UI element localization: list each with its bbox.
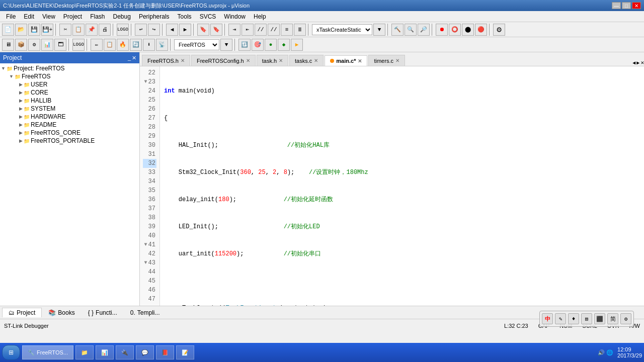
menu-flash[interactable]: Flash [86, 12, 109, 21]
btab-templates[interactable]: 0. Templi... [124, 308, 167, 318]
fold-41[interactable]: ▼ [144, 240, 147, 249]
project-collapse-btn[interactable]: _ [128, 55, 131, 61]
tb-cut[interactable]: ✂ [59, 24, 71, 36]
tb2-9[interactable]: ✏ [91, 39, 103, 51]
menu-edit[interactable]: Edit [20, 12, 38, 21]
function-dropdown[interactable]: xTaskCreateStatic [312, 24, 372, 35]
tree-hallib[interactable]: ▶ 📁 HALLIB [1, 97, 138, 105]
close-button[interactable]: ✕ [632, 2, 641, 9]
tab-freertosconfig-h-close[interactable]: ✕ [246, 58, 250, 63]
tb2-logo2[interactable]: LOGO [72, 39, 85, 51]
tb-outdent[interactable]: ⇤ [242, 24, 254, 36]
taskbar-xcom[interactable]: 💬 [136, 345, 154, 359]
btab-functions[interactable]: { } Functi... [82, 308, 124, 318]
tb2-4[interactable]: 📊 [41, 39, 53, 51]
tb-indent[interactable]: ⇥ [228, 24, 240, 36]
code-content[interactable]: int main(void) { HAL_Init(); //初始化HAL库 S… [160, 66, 644, 306]
tb-debug-2[interactable]: ⬤ [462, 24, 474, 36]
tb-settings[interactable]: ⚙ [493, 24, 505, 36]
ft-btn-jian[interactable]: 简 [607, 313, 618, 324]
tb2-tgt[interactable]: 🎯 [252, 39, 264, 51]
menu-debug[interactable]: Debug [109, 12, 135, 21]
tb-logo[interactable]: LOGO [117, 24, 129, 36]
menu-file[interactable]: File [2, 12, 20, 21]
system-expand-icon[interactable]: ▶ [19, 106, 23, 111]
tb2-dd[interactable]: ▼ [220, 39, 232, 51]
maximize-button[interactable]: □ [622, 2, 631, 9]
tb-uncomment[interactable]: // [268, 24, 280, 36]
tb-print[interactable]: 🖨 [99, 24, 111, 36]
readme-expand-icon[interactable]: ▶ [19, 122, 23, 127]
tb-more[interactable]: ≡ [281, 24, 293, 36]
tree-system[interactable]: ▶ 📁 SYSTEM [1, 105, 138, 113]
tree-hardware[interactable]: ▶ 📁 HARDWARE [1, 113, 138, 121]
tb2-3[interactable]: ⚙ [28, 39, 40, 51]
tb2-1[interactable]: 🖥 [2, 39, 14, 51]
tab-main-c-close[interactable]: ✕ [358, 58, 362, 64]
tab-freertos-h-close[interactable]: ✕ [181, 58, 185, 63]
tb-open[interactable]: 📂 [15, 24, 27, 36]
start-button[interactable]: ⊞ [2, 345, 20, 360]
tb-nav-back[interactable]: ◀ [166, 24, 178, 36]
taskbar-uvision[interactable]: 🔧 FreeRTOS... [22, 345, 73, 359]
code-container[interactable]: 22 ▼ 23 24 25 26 [140, 66, 644, 306]
tb-dropdown-arrow[interactable]: ▼ [373, 24, 385, 36]
fold-23[interactable]: ▼ [144, 77, 147, 86]
user-expand-icon[interactable]: ▶ [19, 82, 23, 87]
tb2-10[interactable]: 📋 [104, 39, 116, 51]
menu-view[interactable]: View [38, 12, 59, 21]
freertos-expand-icon[interactable]: ▼ [9, 74, 14, 79]
tb-build[interactable]: 🔨 [391, 24, 404, 36]
menu-project[interactable]: Project [59, 12, 86, 21]
tb2-grn[interactable]: ● [265, 39, 277, 51]
tb-comment[interactable]: // [255, 24, 267, 36]
freertos-portable-expand-icon[interactable]: ▶ [19, 138, 23, 143]
minimize-button[interactable]: — [612, 2, 621, 9]
taskbar-pdf[interactable]: 📕 [156, 345, 174, 359]
tb-debug-red[interactable]: ⏺ [436, 24, 448, 36]
tb-bookmark[interactable]: 🔖 [197, 24, 209, 36]
tab-timers-c-close[interactable]: ✕ [395, 58, 399, 63]
tb2-5[interactable]: 🗔 [54, 39, 66, 51]
tb-redo[interactable]: ↪ [148, 24, 160, 36]
tb2-2[interactable]: 📦 [15, 39, 27, 51]
tab-freertos-h[interactable]: FreeRTOS.h ✕ [142, 55, 190, 66]
tab-scroll-right[interactable]: ▶ [636, 60, 639, 66]
ft-btn-settings[interactable]: ⚙ [620, 313, 631, 324]
taskbar-atk[interactable]: 🔌 [116, 345, 134, 359]
btab-project[interactable]: 🗂 Project [2, 308, 42, 317]
tb-save-all[interactable]: 💾+ [41, 24, 53, 36]
tb2-grn2[interactable]: ◆ [278, 39, 290, 51]
tree-user[interactable]: ▶ 📁 USER [1, 80, 138, 88]
tb-more2[interactable]: ≣ [294, 24, 306, 36]
tb-find[interactable]: 🔎 [418, 24, 430, 36]
tab-scroll-left[interactable]: ◀ [632, 60, 635, 66]
ft-btn-sq[interactable]: ⬛ [594, 313, 605, 324]
tree-freertos-portable[interactable]: ▶ 📁 FreeRTOS_PORTABLE [1, 137, 138, 145]
tb-new[interactable]: 📄 [2, 24, 14, 36]
tab-task-h[interactable]: task.h ✕ [257, 55, 288, 66]
tb2-dbg[interactable]: ▶ [291, 39, 303, 51]
taskbar-ppt[interactable]: 📊 [96, 345, 114, 359]
menu-tools[interactable]: Tools [174, 12, 196, 21]
tb-paste[interactable]: 📌 [86, 24, 98, 36]
tb2-14[interactable]: 📡 [156, 39, 168, 51]
tree-freertos-core[interactable]: ▶ 📁 FreeRTOS_CORE [1, 129, 138, 137]
core-expand-icon[interactable]: ▶ [19, 90, 23, 95]
tb-undo[interactable]: ↩ [135, 24, 147, 36]
freertos-core-expand-icon[interactable]: ▶ [19, 130, 23, 135]
hardware-expand-icon[interactable]: ▶ [19, 114, 23, 119]
tab-task-h-close[interactable]: ✕ [279, 58, 283, 63]
ft-btn-grid[interactable]: ⊞ [581, 313, 592, 324]
tb2-11[interactable]: 🔥 [117, 39, 129, 51]
project-close-btn[interactable]: ✕ [132, 55, 136, 61]
tab-tasks-c-close[interactable]: ✕ [314, 58, 318, 63]
tab-tasks-c[interactable]: tasks.c ✕ [289, 55, 324, 66]
tab-freertosconfig-h[interactable]: FreeRTOSConfig.h ✕ [191, 55, 256, 66]
ft-btn-zh[interactable]: 中 [542, 313, 553, 324]
tree-core[interactable]: ▶ 📁 CORE [1, 88, 138, 97]
menu-peripherals[interactable]: Peripherals [135, 12, 174, 21]
tab-main-c[interactable]: main.c* ✕ [325, 55, 367, 66]
hallib-expand-icon[interactable]: ▶ [19, 98, 23, 103]
tb-nav-fwd[interactable]: ▶ [179, 24, 191, 36]
